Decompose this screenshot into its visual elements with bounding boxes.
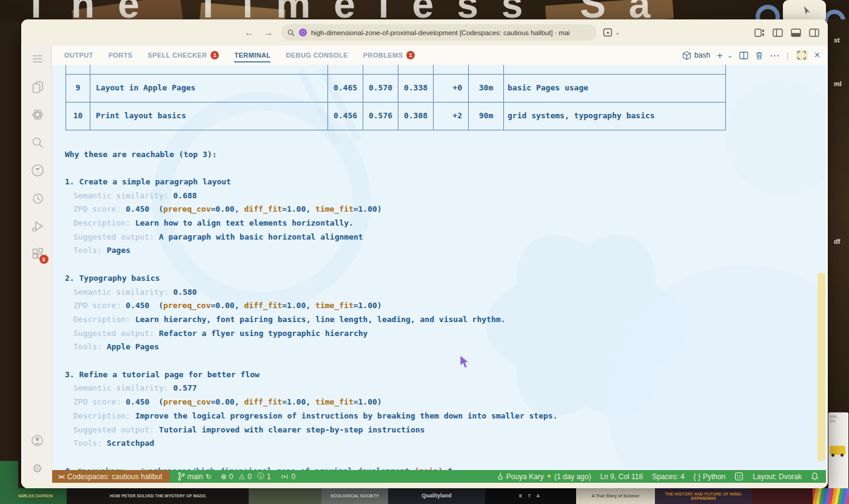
book-block: A True Story of Science: [576, 488, 655, 504]
tab-problems[interactable]: PROBLEMS1: [363, 46, 415, 64]
tab-output[interactable]: OUTPUT: [64, 47, 93, 64]
divider: |: [787, 51, 788, 60]
error-count: 0: [229, 472, 233, 481]
ports-count: 0: [292, 472, 296, 481]
prompt-paren: (: [414, 465, 419, 470]
terminal-scrollbar-thumb[interactable]: [817, 273, 825, 461]
address-bar[interactable]: high-dimensional-zone-of-proximal-develo…: [281, 24, 597, 41]
gear-icon[interactable]: ⚙: [30, 461, 45, 475]
reachable-item-1: 1. Create a simple paragraph layout Sema…: [65, 175, 826, 258]
problems-indicator[interactable]: ⊗ 0 ⚠ 0 ⓘ 1: [221, 471, 271, 482]
cursor-position-indicator[interactable]: Ln 9, Col 118: [600, 472, 643, 481]
language-indicator[interactable]: { } Python: [694, 472, 726, 481]
book-cover: son, ica: [828, 412, 848, 489]
panel-tabs: OUTPUT PORTS SPELL CHECKER1 TERMINAL DEB…: [64, 46, 415, 64]
description-line: Description:Improve the logical progress…: [65, 409, 826, 423]
sparkle-icon: ✦: [546, 472, 552, 480]
item-title: 2. Typography basics: [65, 272, 826, 286]
prompt-paren: ): [438, 465, 443, 470]
close-panel-button[interactable]: ×: [814, 50, 820, 60]
extensions-badge: 3: [39, 255, 49, 264]
braces-icon: { }: [694, 472, 700, 481]
shell-label: bash: [694, 51, 710, 59]
split-terminal-button[interactable]: [739, 52, 748, 59]
editor-main-row: 3 ⚙ OUTPUT PORTS SPELL CHECKER1 TERMINAL…: [21, 45, 828, 483]
back-button[interactable]: ←: [244, 27, 254, 38]
shell-selector[interactable]: bash: [682, 51, 710, 60]
tab-compose-icon: [603, 27, 613, 38]
smiley-icon: [734, 472, 743, 481]
notifications-button[interactable]: [811, 472, 819, 481]
customize-layout-button[interactable]: [754, 29, 765, 37]
book-spine-text: ml: [834, 80, 842, 87]
feedback-smiley-button[interactable]: [734, 472, 743, 481]
reachable-item-2: 2. Typography basics Semantic similarity…: [65, 272, 826, 354]
blame-author: Pouya Kary: [506, 472, 544, 481]
terminal-view[interactable]: 9 Layout in Apple Pages 0.465 0.570 0.33…: [52, 65, 826, 470]
history-icon[interactable]: [30, 191, 45, 206]
book-cover-text: ica: [830, 418, 847, 423]
toggle-primary-sidebar-button[interactable]: [773, 29, 783, 37]
toggle-panel-button[interactable]: [791, 29, 801, 37]
explorer-icon[interactable]: [30, 79, 45, 94]
new-tab-button[interactable]: ⌄: [603, 27, 620, 38]
branch-indicator[interactable]: main ↻: [178, 472, 212, 481]
table-row: 10 Print layout basics 0.456 0.576 0.308…: [66, 102, 726, 130]
semantic-similarity-line: Semantic similarity:0.577: [65, 381, 826, 395]
suggested-output-line: Suggested output:Refactor a flyer using …: [65, 327, 826, 341]
chevron-down-icon[interactable]: ⌄: [615, 29, 620, 36]
terminal-content: 9 Layout in Apple Pages 0.465 0.570 0.33…: [52, 65, 826, 470]
kill-terminal-button[interactable]: [755, 51, 763, 60]
toggle-secondary-sidebar-button[interactable]: [809, 29, 819, 37]
maximize-panel-button[interactable]: [796, 50, 808, 61]
blame-time: (1 day ago): [554, 472, 591, 481]
book-cover-text: son,: [830, 414, 847, 418]
window-bottom-frame: [21, 483, 828, 488]
forward-button[interactable]: →: [264, 27, 273, 38]
description-line: Description:Learn hierarchy, font pairin…: [65, 313, 826, 327]
book-block: HOW PETER SOLVED THE MYSTERY OF MASS: [67, 488, 249, 504]
prompt-dollar: $: [448, 465, 452, 470]
zpd-score-line: ZPD score:0.450(prereq_cov=0.00,diff_fit…: [65, 203, 826, 217]
desktop-background-right: st ml df son, ica: [828, 19, 849, 490]
tab-ports[interactable]: PORTS: [109, 47, 133, 64]
tools-line: Tools:Scratchpad: [65, 437, 826, 451]
tab-terminal[interactable]: TERMINAL: [234, 47, 270, 64]
search-icon[interactable]: [30, 135, 45, 150]
book-block: E T A: [485, 488, 576, 504]
account-icon[interactable]: [30, 433, 45, 448]
reachable-item-3: 3. Refine a tutorial page for better flo…: [65, 368, 826, 451]
status-bar: >< Codespaces: cautious halibut main ↻: [52, 470, 826, 483]
ports-indicator[interactable]: 0: [280, 472, 296, 481]
info-count: 1: [267, 472, 271, 481]
menu-button[interactable]: [30, 52, 45, 66]
shell-prompt[interactable]: @pouyakary → /workspaces/high-dimensiona…: [65, 465, 826, 470]
extensions-icon[interactable]: 3: [30, 247, 45, 261]
rainbow-pencils: [813, 488, 849, 504]
desktop-background-bottom: CHARLES DARWIN HOW PETER SOLVED THE MYST…: [0, 488, 849, 504]
tab-spell-checker[interactable]: SPELL CHECKER1: [148, 46, 220, 64]
suggested-output-line: Suggested output:A paragraph with basic …: [65, 230, 826, 244]
tab-debug-console[interactable]: DEBUG CONSOLE: [286, 47, 347, 64]
prompt-branch: main: [419, 465, 438, 470]
keyboard-layout-indicator[interactable]: Layout: Dvorak: [753, 472, 802, 481]
sync-icon[interactable]: ↻: [206, 472, 212, 481]
zpd-score-line: ZPD score:0.450(prereq_cov=0.00,diff_fit…: [65, 395, 826, 409]
browser-titlebar: ← → high-dimensional-zone-of-proximal-de…: [21, 19, 828, 45]
github-icon[interactable]: [30, 163, 45, 178]
description-line: Description:Learn how to align text elem…: [65, 217, 826, 230]
remote-label: Codespaces: cautious halibut: [67, 472, 163, 481]
terminal-profile-dropdown[interactable]: ⌄: [727, 52, 733, 59]
new-terminal-button[interactable]: +: [717, 50, 723, 61]
status-right: Pouya Kary ✦ (1 day ago) Ln 9, Col 118 S…: [497, 470, 826, 483]
background-photo-title: The Timeless Sa: [24, 0, 673, 22]
git-blame-indicator[interactable]: Pouya Kary ✦ (1 day ago): [497, 472, 591, 481]
run-debug-icon[interactable]: [30, 219, 45, 234]
indentation-indicator[interactable]: Spaces: 4: [652, 472, 684, 481]
more-actions-button[interactable]: ···: [770, 51, 780, 60]
book-block: [249, 488, 321, 504]
warning-icon: ⚠: [238, 472, 245, 481]
openai-chat-icon[interactable]: [30, 107, 45, 122]
remote-indicator[interactable]: >< Codespaces: cautious halibut: [52, 470, 170, 483]
table-row-clipped: [66, 65, 726, 74]
